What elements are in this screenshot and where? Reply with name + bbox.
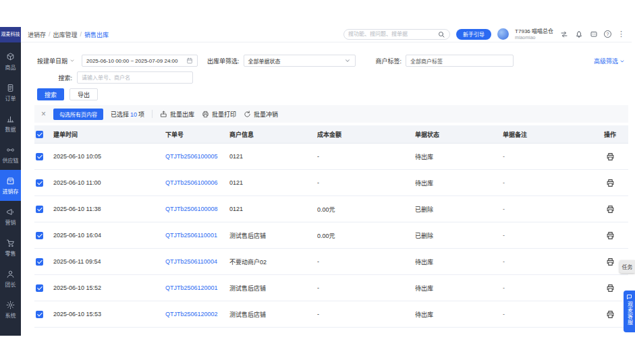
calendar-icon [186,57,193,64]
row-checkbox[interactable] [36,311,43,318]
undo-circle-icon [244,111,251,118]
row-checkbox[interactable] [36,258,43,266]
row-checkbox[interactable] [36,179,43,187]
sidebar-item-inventory[interactable]: 进销存 [0,170,21,201]
close-icon[interactable]: × [41,110,46,118]
app-screen: 观麦科技 进销存 / 出库管理 / 销售出库 新手引导 T7936 喵喵总仓 m… [0,0,635,364]
guide-button[interactable]: 新手引导 [456,29,491,40]
sidebar-item-goods[interactable]: 商品 [0,46,21,77]
notification-bell-icon[interactable] [574,30,583,38]
select-all-label: 勾选所有页内容 [59,112,97,118]
selected-suffix: 项 [138,111,144,118]
sidebar-item-marketing[interactable]: 营销 [0,201,21,232]
batch-void-button[interactable]: 批量冲销 [244,110,278,119]
row-checkbox[interactable] [36,232,43,239]
search-field-label: 搜索: [37,73,77,82]
order-search-input[interactable] [77,71,193,84]
order-number-link[interactable]: QTJTb2506120002 [165,311,218,317]
printer-icon [202,111,209,118]
search-button-label: 搜索 [45,92,57,98]
cell-cost: - [317,258,415,265]
cell-status: 已删除 [415,231,503,240]
sidebar-item-leader[interactable]: 团长 [0,263,21,294]
table-row: 2025-06-10 10:05 QTJTb2506100005 0121 - … [34,144,628,170]
sidebar-item-label: 营销 [5,218,16,226]
order-number-link[interactable]: QTJTb2506110001 [165,232,217,239]
order-number-link[interactable]: QTJTb2506120001 [165,284,218,291]
header-order-no: 下单号 [165,130,229,139]
cell-cost: 0.00元 [317,231,415,240]
global-search [343,29,450,40]
sidebar-item-data[interactable]: 数据 [0,108,21,139]
cell-create-time: 2025-06-10 11:38 [53,206,165,212]
filter-panel: 按建单日期 2025-06-10 00:00 ~ 2025-07-09 24:0… [21,42,632,105]
selected-count: 10 [129,111,138,118]
print-icon[interactable] [606,152,615,161]
header-cost: 成本金额 [317,130,415,139]
export-button[interactable]: 导出 [70,88,98,100]
order-number-link[interactable]: QTJTb2506100005 [165,153,218,160]
task-floating-tab[interactable]: 任务 [619,260,635,273]
row-checkbox[interactable] [36,153,43,160]
print-icon[interactable] [606,310,615,319]
cell-merchant: 测试售后店铺 [229,231,317,240]
table-row: 2025-06-10 15:53 QTJTb2506120002 测试售后店铺 … [34,301,628,328]
sidebar-item-label: 供应链 [3,156,19,164]
header-action: 操作 [592,130,628,139]
sidebar-item-retail[interactable]: 零售 [0,232,21,263]
select-all-checkbox[interactable] [36,131,43,138]
date-type-dropdown[interactable]: 按建单日期 [37,57,82,65]
merchant-tag-input[interactable] [406,55,514,67]
search-button[interactable]: 搜索 [37,88,64,100]
breadcrumb: 进销存 / 出库管理 / 销售出库 [28,30,109,39]
row-checkbox[interactable] [36,206,43,213]
avatar[interactable] [497,28,509,40]
cell-remark: - [503,284,592,291]
print-icon[interactable] [606,284,615,293]
sidebar-item-system[interactable]: 系统 [0,294,21,325]
app-logo[interactable]: 观麦科技 [0,27,21,42]
batch-outbound-button[interactable]: 批量出库 [160,110,194,119]
breadcrumb-item[interactable]: 出库管理 [53,30,78,39]
breadcrumb-current: 销售出库 [84,30,109,39]
user-info[interactable]: T7936 喵喵总仓 miaomiao [515,28,553,40]
cell-remark: - [503,206,592,212]
batch-void-label: 批量冲销 [254,110,278,119]
orders-table: 建单时间 下单号 商户信息 成本金额 单据状态 单据备注 操作 2025-06-… [34,125,628,328]
select-all-pages-button[interactable]: 勾选所有页内容 [53,109,103,120]
print-icon[interactable] [606,231,615,240]
cell-cost: - [317,284,415,291]
customer-service-tab[interactable]: 观麦客服 [624,291,635,332]
sidebar-item-supply-chain[interactable]: 供应链 [0,139,21,170]
global-search-input[interactable] [348,31,434,37]
print-icon[interactable] [606,179,615,187]
print-icon[interactable] [606,257,615,266]
cell-remark: - [503,179,592,186]
print-icon[interactable] [606,205,615,214]
user-subname: miaomiao [515,35,553,40]
help-icon[interactable]: ? [604,30,611,38]
sidebar-item-orders[interactable]: 订单 [0,77,21,108]
switch-workspace-icon[interactable] [559,30,568,38]
cell-create-time: 2025-06-10 11:00 [53,179,165,186]
cell-create-time: 2025-06-10 10:05 [53,153,165,160]
more-menu-icon[interactable]: ⋮ [617,30,625,38]
row-checkbox[interactable] [36,284,43,292]
batch-print-button[interactable]: 批量打印 [202,110,236,119]
date-range-input[interactable]: 2025-06-10 00:00 ~ 2025-07-09 24:00 [82,55,198,67]
order-number-link[interactable]: QTJTb2506100006 [165,179,218,186]
advanced-filter-link[interactable]: 高级筛选 [594,57,625,65]
status-filter-label: 出库单筛选: [207,57,240,65]
service-tab-label: 观麦客服 [627,301,632,326]
chat-bubble-icon [626,294,632,300]
filter-row-3: 搜索 导出 [37,88,625,100]
order-number-link[interactable]: QTJTb2506110004 [165,258,217,265]
order-number-link[interactable]: QTJTb2506100008 [165,206,218,212]
feedback-message-icon[interactable] [589,30,598,38]
cell-status: 待出库 [415,152,503,161]
cell-create-time: 2025-06-10 15:53 [53,311,165,317]
breadcrumb-item[interactable]: 进销存 [28,30,46,39]
batch-outbound-label: 批量出库 [170,110,194,119]
search-icon[interactable] [437,30,445,38]
status-select[interactable]: 全部单据状态 [244,55,356,67]
